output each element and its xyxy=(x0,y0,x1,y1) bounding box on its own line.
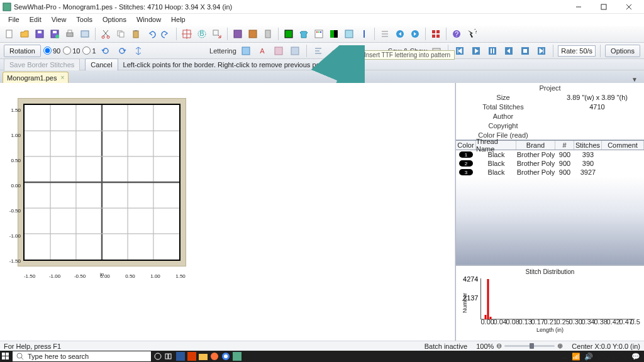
flip-button[interactable] xyxy=(131,44,145,58)
thread-row[interactable]: 3BlackBrother Poly9003927 xyxy=(456,168,644,177)
undo-button[interactable] xyxy=(144,27,158,41)
close-button[interactable] xyxy=(616,0,641,14)
grid-button[interactable] xyxy=(429,27,443,41)
paste-button[interactable] xyxy=(129,27,143,41)
rate-box[interactable]: Rate: 50/s xyxy=(558,45,596,57)
maximize-button[interactable] xyxy=(591,0,616,14)
zoom-out-icon[interactable]: ⊖ xyxy=(496,342,502,350)
rot-90[interactable]: 90 xyxy=(43,47,60,55)
menu-tools[interactable]: Tools xyxy=(72,15,97,24)
zoom-in-icon[interactable]: ⊕ xyxy=(557,342,563,350)
list-button[interactable] xyxy=(378,27,392,41)
system-tray[interactable]: ^ ☁ 📶 🔊 2:16 PM 1/13/2021 💬 xyxy=(554,351,644,362)
cancel-button[interactable]: Cancel xyxy=(85,58,118,71)
color-button[interactable] xyxy=(282,27,296,41)
rot-10[interactable]: 10 xyxy=(63,47,80,55)
tab-dropdown-icon[interactable]: ▼ xyxy=(631,76,641,83)
menu-file[interactable]: File xyxy=(4,15,24,24)
cut-button[interactable] xyxy=(99,27,113,41)
design-canvas[interactable]: 1.50 1.00 0.50 0.00 -0.50 -1.00 -1.50 -1… xyxy=(0,83,455,341)
tab-monogram1[interactable]: Monogram1.pes × xyxy=(3,72,69,83)
rotate-cw-button[interactable] xyxy=(115,44,129,58)
menu-window[interactable]: Window xyxy=(132,15,165,24)
cortana-icon[interactable] xyxy=(152,351,164,362)
stepback-button[interactable] xyxy=(502,44,516,58)
new-button[interactable] xyxy=(3,27,16,41)
rotate-ccw-button[interactable] xyxy=(99,44,113,58)
floppy1-button[interactable] xyxy=(231,27,245,41)
thread-row[interactable]: 2BlackBrother Poly900390 xyxy=(456,159,644,168)
rewind-button[interactable] xyxy=(453,44,467,58)
explorer-icon[interactable] xyxy=(197,351,209,362)
svg-rect-50 xyxy=(242,47,250,55)
whatsthis-button[interactable]: ? xyxy=(465,27,479,41)
cloud-icon[interactable]: ☁ xyxy=(561,353,568,361)
main-toolbar: B ? ? xyxy=(0,25,644,43)
help-button[interactable]: ? xyxy=(450,27,464,41)
swp-icon[interactable] xyxy=(231,351,243,362)
stitch-button[interactable] xyxy=(342,27,356,41)
svg-rect-62 xyxy=(491,48,492,53)
tshirt-button[interactable] xyxy=(297,27,311,41)
svg-text:?: ? xyxy=(474,29,477,35)
tab-close-icon[interactable]: × xyxy=(61,74,65,81)
thread-row[interactable]: 1BlackBrother Poly900393 xyxy=(456,150,644,159)
svg-rect-101 xyxy=(2,356,5,359)
taskbar-search[interactable]: Type here to search xyxy=(13,351,151,361)
curve-button[interactable] xyxy=(328,44,341,58)
start-button[interactable] xyxy=(0,351,11,362)
app1-icon[interactable] xyxy=(175,351,186,362)
volume-icon[interactable]: 🔊 xyxy=(584,353,593,361)
play-button[interactable] xyxy=(469,44,483,58)
rot-1[interactable]: 1 xyxy=(82,47,96,55)
resize-button[interactable] xyxy=(210,27,224,41)
chrome-icon[interactable] xyxy=(220,351,231,362)
copy-button[interactable] xyxy=(114,27,128,41)
saveas-button[interactable] xyxy=(48,27,62,41)
svg-rect-46 xyxy=(436,35,440,38)
menu-options[interactable]: Options xyxy=(98,15,131,24)
app2-icon[interactable] xyxy=(186,351,197,362)
svg-text:abc: abc xyxy=(346,47,356,55)
align-button[interactable] xyxy=(311,44,325,58)
wifi-icon[interactable]: 📶 xyxy=(572,353,580,361)
project-info: Project Size3.89 "(w) x 3.89 "(h) Total … xyxy=(456,83,644,140)
zoom-slider[interactable] xyxy=(504,345,555,347)
zoom-control[interactable]: 100% ⊖ ⊕ xyxy=(476,342,563,350)
svg-point-105 xyxy=(155,353,161,359)
notifications-icon[interactable]: 💬 xyxy=(631,353,640,361)
next-button[interactable] xyxy=(408,27,422,41)
density-button[interactable]: B xyxy=(195,27,209,41)
rotation-button[interactable]: Rotation xyxy=(4,45,41,57)
menu-view[interactable]: View xyxy=(47,15,71,24)
save-button[interactable] xyxy=(33,27,47,41)
ttf-lettering-button[interactable] xyxy=(239,44,253,58)
tray-up-icon[interactable]: ^ xyxy=(554,353,557,360)
taskview-icon[interactable] xyxy=(164,351,175,362)
pause-button[interactable] xyxy=(486,44,499,58)
font-a-button[interactable]: A xyxy=(255,44,269,58)
menu-edit[interactable]: Edit xyxy=(25,15,46,24)
embfont-button[interactable] xyxy=(288,44,302,58)
floppy2-button[interactable] xyxy=(246,27,260,41)
ff-button[interactable] xyxy=(535,44,548,58)
applique-button[interactable] xyxy=(327,27,341,41)
menu-help[interactable]: Help xyxy=(167,15,190,24)
status-bar: For Help, press F1 Batch inactive 100% ⊖… xyxy=(0,341,644,351)
print-button[interactable] xyxy=(63,27,77,41)
svg-rect-26 xyxy=(234,30,242,38)
threadchart-button[interactable] xyxy=(312,27,326,41)
album-button[interactable] xyxy=(78,27,92,41)
hoop-button[interactable] xyxy=(180,27,194,41)
usb-button[interactable] xyxy=(261,27,275,41)
redo-button[interactable] xyxy=(159,27,173,41)
monogram-button[interactable] xyxy=(272,44,286,58)
options-button[interactable]: Options xyxy=(605,45,640,57)
stop-button[interactable] xyxy=(518,44,532,58)
firefox-icon[interactable] xyxy=(209,351,220,362)
effect-button[interactable]: abc xyxy=(344,44,358,58)
minimize-button[interactable] xyxy=(566,0,591,14)
open-button[interactable] xyxy=(18,27,31,41)
prev-button[interactable] xyxy=(393,27,407,41)
needle-button[interactable] xyxy=(357,27,371,41)
